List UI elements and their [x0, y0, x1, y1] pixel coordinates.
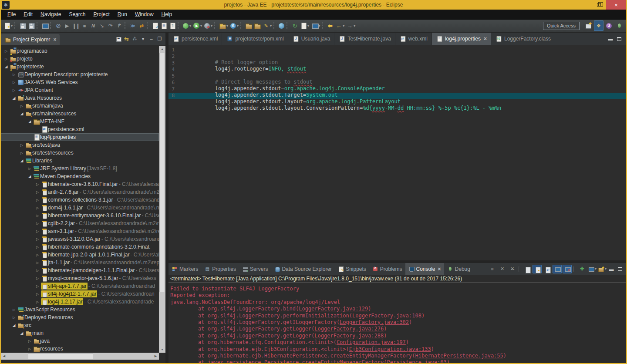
step-over-button[interactable]: ↷ [107, 21, 115, 30]
dropdown-arrow-icon[interactable]: ▾ [605, 267, 607, 271]
menu-item[interactable]: Search [65, 10, 89, 19]
open-type-button[interactable] [151, 21, 159, 30]
toolbar-separator[interactable] [240, 22, 243, 29]
last-edit-location-button[interactable]: ⇄ [138, 21, 145, 30]
forward-button[interactable]: → ▾ [346, 21, 356, 30]
view-tab[interactable]: Data Source Explorer [271, 263, 335, 275]
menu-item[interactable]: Run [114, 10, 131, 19]
tree-row[interactable]: ▷ cglib-2.2.jar - C:\Users\alexsandroand… [1, 219, 159, 227]
stacktrace-link[interactable]: LoggerFactory.java:302 [340, 319, 409, 325]
pause-button[interactable]: ❙❙ [72, 21, 80, 30]
word-wrap-button[interactable] [543, 265, 552, 273]
view-tab[interactable]: Snippets [335, 263, 369, 275]
tree-expander-icon[interactable]: ▷ [34, 214, 41, 218]
dropdown-arrow-icon[interactable]: ▾ [211, 24, 212, 28]
tree-expander-icon[interactable]: ▷ [34, 222, 41, 226]
toolbar-separator[interactable] [273, 22, 276, 29]
remove-launch-button[interactable]: ✕ [498, 265, 507, 273]
tree-expander-icon[interactable]: ▷ [18, 104, 25, 108]
toolbar-separator[interactable] [322, 22, 325, 29]
stacktrace-link[interactable]: LoggerFactory.java:108 [352, 313, 421, 319]
tree-row[interactable]: ▷ slf4j-log4j12-1.7.7.jar - C:\Users\ale… [1, 290, 159, 298]
perspective-java-button[interactable]: J [604, 20, 614, 31]
stacktrace-link[interactable]: LoggerFactory.java:288 [314, 333, 384, 339]
tree-expander-icon[interactable]: ▷ [10, 308, 17, 312]
new-web-service-button[interactable]: S ▾ [229, 21, 239, 30]
terminate-button[interactable]: ■ [488, 265, 497, 273]
toolbar-separator[interactable] [37, 22, 40, 29]
tree-row[interactable]: ▷ mysql-connector-java-5.1.6.jar - C:\Us… [1, 274, 159, 282]
tree-row[interactable]: ▷ log4j-1.2.17.jar - C:\Users\alexsandro… [1, 298, 159, 306]
save-button[interactable] [19, 21, 27, 30]
tree-row[interactable]: ▷ programacao [1, 47, 159, 55]
tree-row[interactable]: persistence.xml [1, 125, 159, 133]
view-menu-button[interactable]: ▾ [139, 35, 147, 43]
close-icon[interactable]: × [53, 37, 56, 43]
editor-tab[interactable]: LoggerFactory.class [491, 33, 555, 45]
toolbar-separator[interactable] [125, 22, 128, 29]
maximize-view-button[interactable] [616, 265, 624, 273]
web-browser-button[interactable] [278, 21, 285, 30]
project-explorer-tab[interactable]: Project Explorer × [1, 34, 60, 45]
menu-item[interactable]: Help [158, 10, 176, 19]
maximize-view-button[interactable] [615, 35, 624, 43]
profile-button[interactable]: ▾ [203, 21, 213, 30]
save-all-button[interactable] [27, 21, 35, 30]
tree-row[interactable]: ▷ JRE System Library [JavaSE-1.8] [1, 165, 159, 172]
tree-row[interactable]: ▷ projeto [1, 55, 159, 63]
console-toolbar-separator[interactable] [573, 266, 576, 272]
tree-expander-icon[interactable]: ▷ [18, 143, 25, 147]
tree-expander-icon[interactable]: ◢ [10, 96, 17, 100]
tree-horizontal-scrollbar[interactable]: ◀ ▶ [1, 353, 159, 360]
collapse-all-button[interactable] [114, 35, 122, 43]
dropdown-arrow-icon[interactable]: ▾ [189, 24, 191, 28]
tree-row[interactable]: ▷ hibernate-jpamodelgen-1.1.1.Final.jar … [1, 266, 159, 274]
new-wizard-button[interactable]: ▾ [3, 21, 13, 30]
templates-button[interactable] [169, 21, 176, 30]
stacktrace-link[interactable]: LoggerFactory.java:276 [314, 326, 384, 332]
toolbar-separator[interactable] [214, 22, 217, 29]
tree-row[interactable]: ▷ javassist-3.12.0.GA.jar - C:\Users\ale… [1, 235, 159, 243]
resume-button[interactable]: ▶ [63, 21, 71, 30]
tree-expander-icon[interactable]: ▷ [3, 57, 10, 61]
maximize-view-button[interactable]: ❒ [155, 35, 164, 43]
open-console-button[interactable]: ▾ [597, 265, 607, 273]
show-stderr-button[interactable] [563, 265, 572, 273]
tree-row[interactable]: ◢ META-INF [1, 118, 159, 125]
terminate-button[interactable]: ■ [81, 21, 88, 30]
tree-row[interactable]: ◢ Maven Dependencies [1, 172, 159, 180]
tree-expander-icon[interactable]: ▷ [26, 167, 33, 171]
tree-expander-icon[interactable]: ▷ [26, 347, 33, 351]
tree-row[interactable]: ▷ src/test/resources [1, 149, 159, 157]
tree-row[interactable]: ▷ hibernate-jpa-2.0-api-1.0.1.Final.jar … [1, 251, 159, 259]
dropdown-arrow-icon[interactable]: ▾ [11, 24, 13, 28]
close-icon[interactable]: × [484, 36, 487, 42]
tree-row[interactable]: ◢ src/main/resources [1, 110, 159, 118]
tree-row[interactable]: ▷ java [1, 337, 159, 345]
tree-row[interactable]: ▷ hibernate-entitymanager-3.6.10.Final.j… [1, 212, 159, 219]
new-file-button[interactable]: ▾ [300, 21, 310, 30]
tree-expander-icon[interactable]: ◢ [10, 323, 17, 327]
tree-expander-icon[interactable]: ▷ [34, 198, 41, 202]
run-button[interactable]: ▾ [192, 21, 202, 30]
tree-row[interactable]: ▷ src/main/java [1, 102, 159, 110]
restore-button[interactable] [591, 0, 606, 10]
scroll-down-icon[interactable]: ▼ [159, 346, 165, 353]
tree-row[interactable]: ▷ commons-collections-3.1.jar - C:\Users… [1, 196, 159, 204]
tree-expander-icon[interactable]: ◢ [18, 111, 25, 116]
dropdown-arrow-icon[interactable]: ▾ [354, 24, 355, 28]
console-output[interactable]: Failed to instantiate SLF4J LoggerFactor… [169, 285, 626, 363]
minimize-view-button[interactable]: ▬ [606, 35, 615, 43]
stacktrace-link[interactable]: LoggerFactory.java:129 [299, 306, 368, 312]
tree-expander-icon[interactable]: ▷ [10, 73, 17, 77]
stacktrace-link[interactable]: HibernatePersistence.java:55 [415, 353, 503, 359]
synchronize-button[interactable]: ↻ [291, 21, 299, 30]
tree-expander-icon[interactable]: ▷ [34, 237, 41, 241]
tree-expander-icon[interactable]: ▷ [34, 190, 41, 194]
menu-item[interactable]: Window [131, 10, 158, 19]
tree-row[interactable]: ▷ Deployment Descriptor: projetoteste [1, 71, 159, 78]
tree-row[interactable]: ▷ Deployed Resources [1, 313, 159, 321]
tree-row[interactable]: ▷ hibernate-core-3.6.10.Final.jar - C:\U… [1, 180, 159, 188]
toolbar-separator[interactable] [50, 22, 53, 29]
toolbar-separator[interactable] [178, 22, 181, 29]
